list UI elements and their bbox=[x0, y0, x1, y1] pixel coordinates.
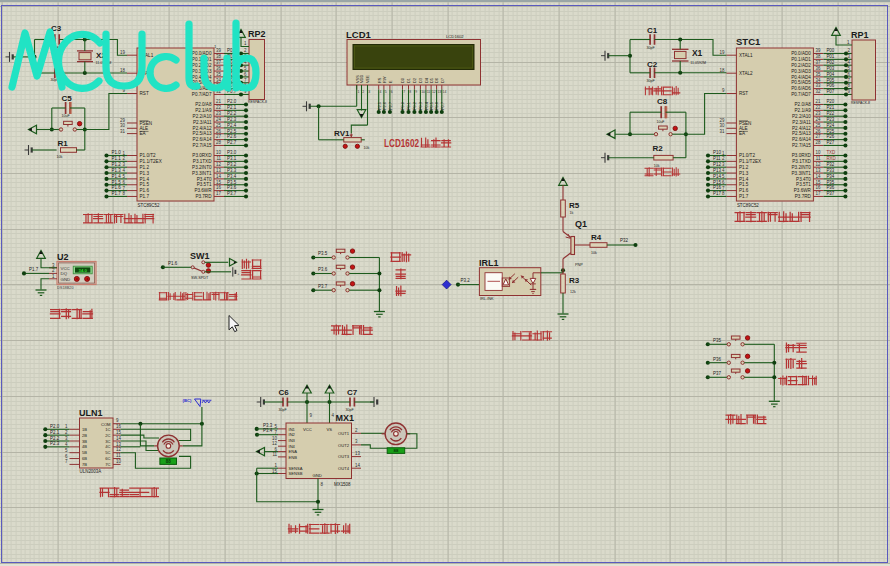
svg-text:6: 6 bbox=[65, 454, 68, 459]
svg-text:19: 19 bbox=[120, 50, 125, 55]
svg-text:P1.2: P1.2 bbox=[112, 162, 122, 167]
svg-text:U2: U2 bbox=[57, 252, 69, 262]
svg-text:13: 13 bbox=[216, 168, 221, 173]
svg-text:P2.6/A14: P2.6/A14 bbox=[792, 137, 811, 142]
svg-text:P10: P10 bbox=[713, 150, 721, 155]
svg-text:37: 37 bbox=[815, 60, 820, 65]
svg-text:17: 17 bbox=[815, 191, 820, 196]
svg-text:RXD: RXD bbox=[826, 156, 835, 161]
svg-text:LCD1: LCD1 bbox=[346, 29, 372, 40]
svg-text:P3.5: P3.5 bbox=[318, 251, 328, 256]
svg-text:39: 39 bbox=[216, 48, 221, 53]
svg-text:P2.1/A9: P2.1/A9 bbox=[195, 108, 212, 113]
svg-text:P03: P03 bbox=[826, 66, 834, 71]
svg-text:P1.3: P1.3 bbox=[112, 168, 122, 173]
svg-text:DQ: DQ bbox=[61, 271, 68, 276]
svg-text:P0.6/AD6: P0.6/AD6 bbox=[791, 86, 811, 91]
svg-text:1: 1 bbox=[123, 151, 126, 156]
svg-text:P3.2INT0: P3.2INT0 bbox=[791, 165, 811, 170]
svg-text:IN1: IN1 bbox=[289, 427, 296, 432]
svg-text:RV1: RV1 bbox=[334, 129, 350, 138]
svg-text:88: 88 bbox=[394, 448, 399, 453]
svg-text:5: 5 bbox=[123, 174, 126, 179]
svg-text:P2.2: P2.2 bbox=[227, 111, 237, 116]
svg-text:11: 11 bbox=[427, 90, 431, 94]
svg-text:P14: P14 bbox=[713, 174, 721, 179]
svg-text:4: 4 bbox=[848, 60, 851, 65]
svg-text:5: 5 bbox=[275, 424, 278, 429]
svg-text:D1: D1 bbox=[406, 78, 411, 83]
svg-text:34: 34 bbox=[216, 78, 221, 83]
svg-text:SW1: SW1 bbox=[190, 251, 210, 261]
svg-text:RESPACK-8: RESPACK-8 bbox=[248, 100, 267, 104]
svg-text:4: 4 bbox=[332, 413, 335, 418]
svg-text:STC1: STC1 bbox=[736, 36, 761, 47]
svg-text:8: 8 bbox=[123, 191, 126, 196]
svg-text:13: 13 bbox=[815, 168, 820, 173]
svg-text:RST: RST bbox=[739, 91, 748, 96]
svg-text:4: 4 bbox=[65, 442, 68, 447]
svg-text:5: 5 bbox=[385, 90, 387, 94]
svg-text:30pF: 30pF bbox=[647, 46, 656, 50]
svg-text:P1.1: P1.1 bbox=[112, 156, 122, 161]
svg-text:P2.7: P2.7 bbox=[227, 140, 237, 145]
svg-text:P33: P33 bbox=[826, 168, 834, 173]
svg-text:15: 15 bbox=[216, 180, 221, 185]
svg-text:4: 4 bbox=[380, 90, 382, 94]
svg-text:P1.2: P1.2 bbox=[140, 165, 150, 170]
svg-text:P2.5/A13: P2.5/A13 bbox=[792, 131, 811, 136]
svg-text:14: 14 bbox=[815, 174, 820, 179]
svg-text:P2.4: P2.4 bbox=[227, 123, 237, 128]
svg-text:P37: P37 bbox=[713, 371, 721, 376]
svg-text:P2.0/A8: P2.0/A8 bbox=[195, 102, 212, 107]
svg-text:6: 6 bbox=[244, 72, 247, 77]
svg-text:36: 36 bbox=[815, 66, 820, 71]
svg-text:P1.7: P1.7 bbox=[29, 267, 39, 272]
svg-text:P2.6: P2.6 bbox=[227, 134, 237, 139]
svg-text:2C: 2C bbox=[105, 433, 110, 438]
svg-text:26: 26 bbox=[815, 129, 820, 134]
svg-text:13: 13 bbox=[437, 90, 441, 94]
svg-text:GND: GND bbox=[313, 473, 322, 478]
svg-text:P3.1: P3.1 bbox=[227, 156, 237, 161]
svg-text:1: 1 bbox=[275, 463, 278, 468]
svg-text:ALE: ALE bbox=[739, 126, 748, 131]
svg-text:12: 12 bbox=[216, 162, 221, 167]
svg-text:7C: 7C bbox=[105, 462, 110, 467]
svg-text:25: 25 bbox=[815, 123, 820, 128]
svg-text:X1: X1 bbox=[692, 48, 703, 58]
svg-text:10: 10 bbox=[815, 150, 820, 155]
svg-text:P1.6: P1.6 bbox=[739, 188, 749, 193]
svg-text:P0.7: P0.7 bbox=[440, 102, 445, 110]
svg-text:OUT2: OUT2 bbox=[338, 443, 350, 448]
svg-text:P15: P15 bbox=[713, 180, 721, 185]
svg-text:VS: VS bbox=[327, 427, 333, 432]
svg-text:3B: 3B bbox=[82, 439, 87, 444]
svg-text:P3.3: P3.3 bbox=[263, 423, 273, 428]
svg-text:7: 7 bbox=[403, 90, 405, 94]
svg-text:15: 15 bbox=[815, 180, 820, 185]
svg-text:P11: P11 bbox=[713, 156, 721, 161]
svg-text:31: 31 bbox=[719, 129, 724, 134]
svg-text:IN4: IN4 bbox=[289, 444, 296, 449]
svg-text:IN3: IN3 bbox=[289, 438, 296, 443]
svg-text:11.0592M: 11.0592M bbox=[690, 61, 706, 65]
svg-text:C1: C1 bbox=[647, 26, 658, 35]
svg-text:x: x bbox=[76, 277, 78, 281]
svg-text:D0: D0 bbox=[400, 77, 405, 83]
svg-text:31: 31 bbox=[120, 129, 125, 134]
svg-text:11: 11 bbox=[816, 156, 821, 161]
svg-text:P3.7: P3.7 bbox=[227, 191, 237, 196]
svg-text:27: 27 bbox=[216, 134, 221, 139]
svg-text:11: 11 bbox=[272, 452, 277, 457]
svg-text:10k: 10k bbox=[591, 251, 597, 255]
svg-text:2: 2 bbox=[848, 48, 851, 53]
svg-text:38: 38 bbox=[815, 54, 820, 59]
svg-text:35: 35 bbox=[815, 72, 820, 77]
svg-text:PSEN: PSEN bbox=[140, 121, 153, 126]
svg-text:P05: P05 bbox=[826, 78, 834, 83]
svg-text:P2.7: P2.7 bbox=[388, 102, 393, 110]
svg-text:P2.3: P2.3 bbox=[227, 117, 237, 122]
svg-text:2: 2 bbox=[244, 48, 247, 53]
svg-text:10k: 10k bbox=[57, 155, 63, 159]
